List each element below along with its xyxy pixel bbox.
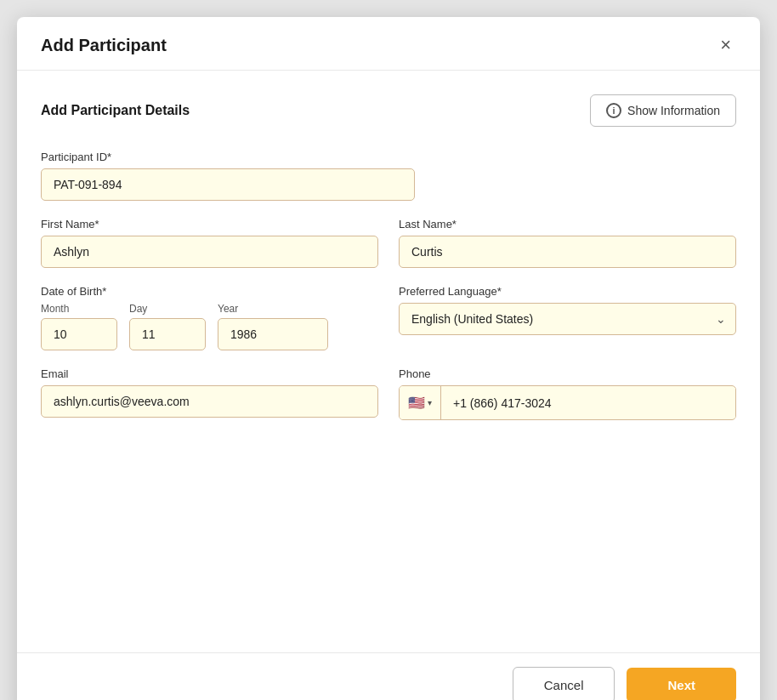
cancel-button[interactable]: Cancel (513, 667, 615, 700)
dob-day-label: Day (129, 303, 206, 315)
preferred-language-group: Preferred Language* English (United Stat… (399, 285, 736, 350)
section-title: Add Participant Details (41, 103, 190, 118)
section-header: Add Participant Details i Show Informati… (41, 94, 736, 127)
modal-title: Add Participant (41, 36, 167, 55)
modal: Add Participant × Add Participant Detail… (17, 17, 760, 700)
close-button[interactable]: × (715, 34, 736, 56)
show-information-button[interactable]: i Show Information (590, 94, 736, 127)
name-row: First Name* Last Name* (41, 218, 736, 268)
last-name-input[interactable] (399, 236, 736, 268)
participant-id-label: Participant ID* (41, 151, 736, 163)
dob-group: Date of Birth* Month Day Year (41, 285, 378, 350)
last-name-group: Last Name* (399, 218, 736, 268)
first-name-input[interactable] (41, 236, 378, 268)
first-name-label: First Name* (41, 218, 378, 230)
modal-header: Add Participant × (17, 17, 760, 71)
dob-day-input[interactable] (129, 318, 206, 350)
phone-country-select[interactable]: 🇺🇸 ▾ (400, 386, 441, 419)
participant-id-group: Participant ID* (41, 151, 736, 201)
first-name-group: First Name* (41, 218, 378, 268)
email-phone-row: Email Phone 🇺🇸 ▾ (41, 367, 736, 420)
participant-id-input[interactable] (41, 168, 415, 201)
dob-year-field: Year (218, 303, 328, 350)
email-label: Email (41, 367, 378, 380)
dob-year-label: Year (218, 303, 328, 315)
phone-group: Phone 🇺🇸 ▾ (399, 367, 736, 420)
preferred-language-select[interactable]: English (United States) Spanish French (399, 303, 736, 335)
phone-input[interactable] (441, 388, 735, 418)
info-icon: i (606, 103, 621, 118)
phone-chevron-icon: ▾ (428, 398, 432, 407)
email-group: Email (41, 367, 378, 420)
dob-month-field: Month (41, 303, 117, 350)
phone-wrapper: 🇺🇸 ▾ (399, 385, 736, 420)
email-input[interactable] (41, 385, 378, 418)
dob-lang-row: Date of Birth* Month Day Year (41, 285, 736, 350)
dob-fields: Month Day Year (41, 303, 378, 350)
dob-label: Date of Birth* (41, 285, 378, 298)
next-button[interactable]: Next (627, 668, 736, 700)
modal-footer: Cancel Next (17, 652, 760, 700)
show-info-label: Show Information (627, 104, 720, 117)
preferred-language-label: Preferred Language* (399, 285, 736, 298)
dob-month-label: Month (41, 303, 117, 315)
flag-icon: 🇺🇸 (408, 395, 425, 411)
modal-body: Add Participant Details i Show Informati… (17, 71, 760, 652)
dob-month-input[interactable] (41, 318, 117, 350)
phone-label: Phone (399, 367, 736, 380)
preferred-language-select-wrapper: English (United States) Spanish French ⌄ (399, 303, 736, 335)
last-name-label: Last Name* (399, 218, 736, 230)
dob-day-field: Day (129, 303, 206, 350)
dob-year-input[interactable] (218, 318, 328, 350)
